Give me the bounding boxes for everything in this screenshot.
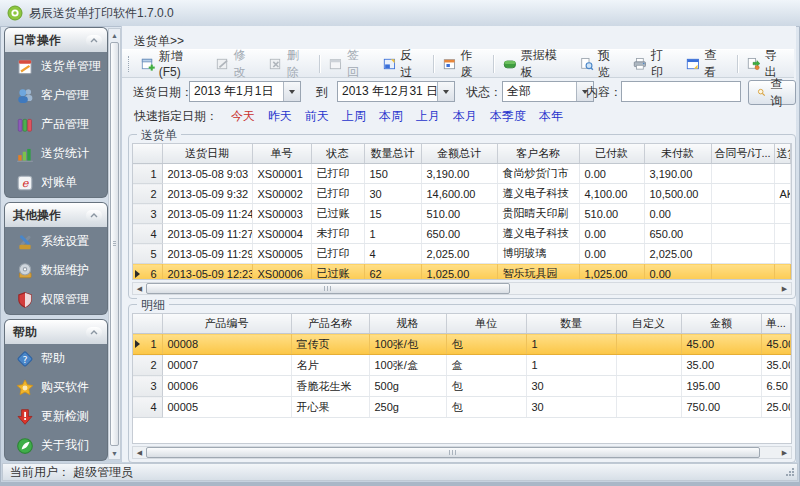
status-combobox[interactable]: 全部: [502, 81, 594, 102]
table-row[interactable]: 4 2013-05-09 11:27 XS00004 未打印 1 650.00 …: [133, 224, 791, 244]
row-number-header[interactable]: [133, 314, 162, 334]
dropdown-button[interactable]: [283, 82, 300, 101]
sidebar-item-help[interactable]: ? 帮助: [5, 344, 107, 373]
column-header[interactable]: 单位: [446, 314, 526, 334]
table-row-selected[interactable]: 6 2013-05-09 12:23 XS00006 已过账 62 1,025.…: [133, 264, 791, 281]
column-header[interactable]: 产品名称: [291, 314, 369, 334]
quick-link-this-quarter[interactable]: 本季度: [490, 108, 526, 125]
sidebar-item-permissions[interactable]: 权限管理: [5, 285, 107, 314]
column-header[interactable]: 数量总计: [364, 144, 421, 164]
sidebar-item-label: 数据维护: [41, 262, 89, 279]
scroll-right-icon[interactable]: ▶: [778, 447, 791, 458]
column-header[interactable]: 金额: [681, 314, 761, 334]
column-header[interactable]: 单号: [252, 144, 311, 164]
resize-grip-icon[interactable]: [785, 467, 795, 477]
table-row-selected[interactable]: 1 00008 宣传页 100张/包 包 1 45.00 45.00: [133, 334, 791, 355]
sidebar: 日常操作 送货单管理 客户管: [5, 28, 107, 460]
reverse-button[interactable]: 反过: [377, 53, 430, 75]
void-button[interactable]: 作废: [437, 53, 490, 75]
content-input[interactable]: [621, 81, 741, 102]
template-button[interactable]: 票据模板: [497, 53, 574, 75]
scrollbar-thumb[interactable]: [110, 42, 119, 446]
row-number-header[interactable]: [133, 144, 162, 164]
scroll-up-icon[interactable]: ▲: [109, 29, 120, 41]
sidebar-item-statement[interactable]: e 对账单: [5, 168, 107, 197]
table-row[interactable]: 3 2013-05-09 11:24 XS00003 已过账 15 510.00…: [133, 204, 791, 224]
table-row[interactable]: 1 2013-05-08 9:03 XS00001 已打印 150 3,190.…: [133, 164, 791, 184]
column-header[interactable]: 送货日期: [162, 144, 252, 164]
scroll-down-icon[interactable]: ▼: [109, 447, 120, 459]
statement-icon: e: [16, 174, 34, 192]
column-header[interactable]: 规格: [369, 314, 446, 334]
table-row[interactable]: 4 00005 开心果 250g 包 30 750.00 25.00: [133, 397, 791, 418]
sidebar-item-products[interactable]: 产品管理: [5, 110, 107, 139]
scrollbar-thumb[interactable]: [146, 447, 760, 458]
column-header[interactable]: 未付款: [644, 144, 711, 164]
quick-link-yesterday[interactable]: 昨天: [268, 108, 292, 125]
sidebar-item-buy[interactable]: 购买软件: [5, 373, 107, 402]
svg-text:?: ?: [22, 353, 27, 364]
table-row[interactable]: 2 00007 名片 100张/盒 盒 1 35.00 35.00: [133, 355, 791, 376]
details-hscrollbar[interactable]: ◀ ▶: [132, 446, 792, 459]
query-button[interactable]: 查询: [748, 80, 796, 105]
sidebar-item-about[interactable]: 关于我们: [5, 431, 107, 460]
button-label: 反过: [400, 47, 424, 81]
signback-button[interactable]: 签回: [323, 53, 376, 75]
column-header[interactable]: 数量: [526, 314, 616, 334]
collapse-icon[interactable]: [86, 35, 102, 46]
sidebar-item-settings[interactable]: 系统设置: [5, 227, 107, 256]
table-row[interactable]: 3 00006 香脆花生米 500g 包 30 195.00 6.50: [133, 376, 791, 397]
section-header-other[interactable]: 其他操作: [5, 203, 107, 227]
column-header[interactable]: 自定义: [616, 314, 681, 334]
quick-link-this-year[interactable]: 本年: [539, 108, 563, 125]
table-row[interactable]: 5 2013-05-09 11:29 XS00005 已打印 4 2,025.0…: [133, 244, 791, 264]
dropdown-button[interactable]: [437, 82, 454, 101]
collapse-icon[interactable]: [86, 327, 102, 338]
quick-link-last-month[interactable]: 上月: [416, 108, 440, 125]
scroll-left-icon[interactable]: ◀: [133, 447, 146, 458]
quick-link-this-week[interactable]: 本周: [379, 108, 403, 125]
date-from-combobox[interactable]: 2013 年1月1日: [189, 81, 301, 102]
new-button[interactable]: 新增(F5): [135, 53, 210, 75]
sidebar-item-update[interactable]: 更新检测: [5, 402, 107, 431]
sidebar-scrollbar[interactable]: ▲ ▼: [108, 28, 121, 460]
export-button[interactable]: 导出: [741, 53, 794, 75]
app-logo-icon: [7, 5, 23, 21]
orders-hscrollbar[interactable]: ◀ ▶: [132, 282, 792, 295]
column-header[interactable]: 送货...: [774, 144, 791, 164]
column-header[interactable]: 合同号/订...: [711, 144, 774, 164]
sidebar-item-data-maintain[interactable]: 数据维护: [5, 256, 107, 285]
column-header[interactable]: 已付款: [579, 144, 644, 164]
sidebar-item-label: 关于我们: [41, 437, 89, 454]
table-row[interactable]: 2 2013-05-09 9:32 XS00002 已打印 30 14,600.…: [133, 184, 791, 204]
column-header[interactable]: 状态: [311, 144, 364, 164]
toolbar-separator: [737, 55, 738, 73]
column-header[interactable]: 金额总计: [421, 144, 497, 164]
column-header[interactable]: 客户名称: [497, 144, 579, 164]
date-to-combobox[interactable]: 2013 年12月31 日: [337, 81, 455, 102]
collapse-icon[interactable]: [86, 210, 102, 221]
sidebar-item-customers[interactable]: 客户管理: [5, 81, 107, 110]
edit-button[interactable]: 修改: [210, 53, 263, 75]
column-header[interactable]: 产品编号: [162, 314, 291, 334]
delete-button[interactable]: 删除: [263, 53, 316, 75]
scrollbar-thumb[interactable]: [146, 283, 510, 294]
section-title: 日常操作: [13, 32, 61, 49]
view-button[interactable]: 查看: [680, 53, 733, 75]
quick-link-today[interactable]: 今天: [231, 108, 255, 125]
section-header-help[interactable]: 帮助: [5, 320, 107, 344]
quick-link-day-before[interactable]: 前天: [305, 108, 329, 125]
chevron-down-icon: [443, 90, 449, 94]
scroll-right-icon[interactable]: ▶: [778, 283, 791, 294]
preview-button[interactable]: 预览: [574, 53, 627, 75]
sidebar-item-delivery-manage[interactable]: 送货单管理: [5, 52, 107, 81]
column-header[interactable]: 单...: [761, 314, 791, 334]
quick-link-last-week[interactable]: 上周: [342, 108, 366, 125]
scroll-left-icon[interactable]: ◀: [133, 283, 146, 294]
section-header-daily[interactable]: 日常操作: [5, 28, 107, 52]
print-button[interactable]: 打印: [627, 53, 680, 75]
sidebar-item-statistics[interactable]: 送货统计: [5, 139, 107, 168]
button-label: 预览: [598, 47, 622, 81]
button-label: 票据模板: [521, 47, 568, 81]
quick-link-this-month[interactable]: 本月: [453, 108, 477, 125]
